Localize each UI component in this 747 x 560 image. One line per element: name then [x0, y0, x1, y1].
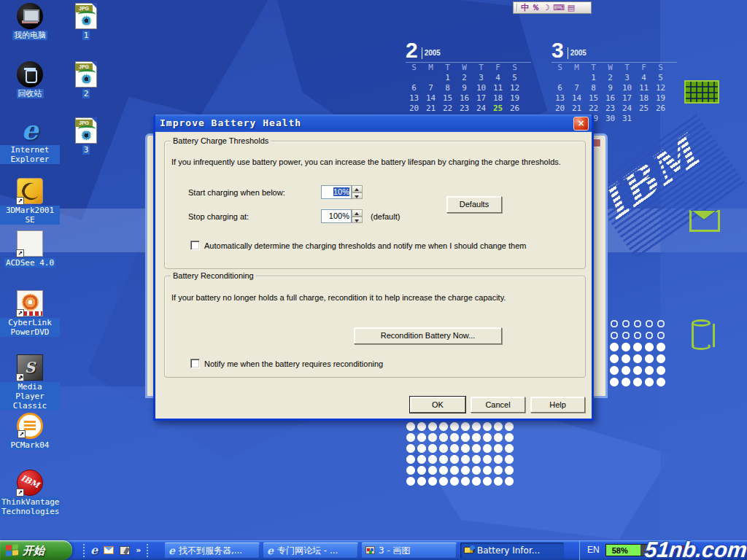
desktop-icon-jpg-file-1[interactable]: JPG1 [70, 3, 102, 40]
calendar-year: 2005 [568, 47, 587, 59]
windows-logo-icon [6, 544, 18, 556]
stop-charging-label: Stop charging at: [188, 212, 249, 221]
desktop-icon-my-computer[interactable]: 我的电脑 [0, 3, 60, 40]
stop-charging-spinbox: 100% [321, 209, 363, 223]
calendar-day-cell: 14 [568, 93, 585, 104]
quicklaunch-show-desktop-icon[interactable] [120, 546, 130, 555]
calendar-day-header: T [473, 63, 489, 73]
chinese-input-mode-icon[interactable]: 中 [521, 3, 529, 12]
my-computer-icon [17, 3, 43, 29]
desktop-icon-label: 2 [82, 89, 90, 98]
stop-default-note: (default) [371, 212, 400, 221]
stop-charging-input[interactable]: 100% [321, 209, 352, 223]
spin-down-icon[interactable] [352, 192, 363, 200]
start-charging-spinbox: 10% [321, 185, 363, 199]
desktop-icon-internet-explorer[interactable]: eInternet Explorer [0, 117, 60, 164]
punctuation-mode-icon[interactable]: ☽ [543, 3, 550, 12]
wallpaper-dot-grid-bottom [406, 421, 515, 487]
desktop-icon-label: 1 [82, 31, 90, 40]
shortcut-arrow-icon: ↗ [18, 430, 26, 438]
calendar-day-cell: 2 [602, 73, 619, 83]
jpg-file-3-icon: JPG [75, 117, 97, 144]
help-button[interactable]: Help [530, 397, 585, 413]
desktop-icon-jpg-file-3[interactable]: JPG3 [70, 117, 102, 155]
notify-reconditioning-label[interactable]: Notify me when the battery requires reco… [204, 359, 383, 368]
watermark-51nb: 51nb.com [643, 537, 747, 560]
recondition-battery-now-button[interactable]: Recondition Battery Now... [354, 327, 502, 344]
language-bar-grip[interactable] [516, 4, 518, 12]
start-charging-value: 10% [333, 187, 349, 196]
soft-keyboard-icon[interactable]: ⌨ [553, 3, 565, 12]
auto-thresholds-checkbox[interactable] [190, 241, 200, 250]
calendar-day-header: T [439, 63, 456, 73]
calendar-day-cell: 16 [602, 93, 619, 104]
taskbar-separator [83, 544, 85, 557]
calendar-day-cell: 21 [422, 104, 439, 114]
dialog-titlebar[interactable]: Improve Battery Health × [155, 114, 592, 132]
task-paint[interactable]: 3 - 画图 [362, 542, 457, 559]
wallpaper-envelope-icon [689, 210, 720, 232]
ie-icon: e [169, 545, 175, 556]
taskbar: 开始 e » e找不到服务器,...e专门网论坛 - ...3 - 画图Batt… [0, 540, 747, 560]
desktop-icon-cyberlink-powerdvd[interactable]: ↗CyberLink PowerDVD [0, 290, 60, 337]
calendar-day-cell [422, 73, 439, 83]
ok-button[interactable]: OK [410, 397, 465, 413]
calendar-day-cell: 5 [506, 73, 523, 83]
start-charging-input[interactable]: 10% [321, 185, 352, 199]
desktop-icon-pcmark04[interactable]: ↗PCMark04 [0, 413, 60, 450]
desktop-icon-label: 我的电脑 [12, 31, 47, 40]
cancel-button[interactable]: Cancel [471, 397, 525, 413]
task-ie-server-not-found[interactable]: e找不到服务器,... [165, 542, 260, 559]
stop-charging-value: 100% [329, 211, 349, 220]
internet-explorer-icon: e [17, 117, 43, 144]
improve-battery-health-dialog: Improve Battery Health × Battery Charge … [153, 114, 594, 421]
calendar-day-cell: 20 [551, 104, 568, 114]
spin-up-icon[interactable] [352, 185, 363, 192]
spin-up-icon[interactable] [352, 209, 363, 217]
calendar-day-cell: 31 [619, 114, 635, 124]
language-indicator[interactable]: EN [587, 540, 600, 560]
wallpaper-database-icon [692, 319, 715, 351]
dialog-title: Improve Battery Health [160, 114, 301, 132]
quicklaunch-ie-icon[interactable]: e [90, 545, 98, 556]
batt-icon [464, 547, 473, 553]
calendar-month-number: 2 [406, 39, 418, 61]
calendar-day-cell: 25 [489, 104, 506, 114]
desktop-icon-3dmark2001-se[interactable]: ↗3DMark2001 SE [0, 178, 60, 225]
acdsee-4-0-icon: ↗ [17, 230, 43, 257]
desktop-icon-acdsee-4-0[interactable]: ↗ACDSee 4.0 [0, 230, 60, 268]
task-ie-forum[interactable]: e专门网论坛 - ... [263, 542, 358, 559]
task-label: 3 - 画图 [379, 542, 411, 559]
desktop-icon-recycle-bin[interactable]: 回收站 [0, 61, 60, 98]
taskbar-tasks: e找不到服务器,...e专门网论坛 - ...3 - 画图Battery Inf… [165, 540, 564, 560]
quicklaunch-overflow-chevron[interactable]: » [136, 540, 141, 560]
quicklaunch-outlook-express-icon[interactable] [104, 546, 114, 554]
task-label: 找不到服务器,... [179, 542, 242, 559]
fullwidth-halfwidth-icon[interactable]: ％ [532, 3, 540, 12]
paint-icon [365, 546, 375, 554]
calendar-day-cell: 5 [652, 73, 669, 83]
calendar-day-cell: 13 [406, 93, 422, 104]
desktop-icon-label: 3DMark2001 SE [0, 206, 60, 225]
calendar-day-header: S [551, 63, 568, 73]
close-button[interactable]: × [573, 117, 589, 131]
language-bar[interactable]: 中％☽⌨▤ [513, 1, 592, 14]
calendar-day-cell: 19 [652, 93, 669, 104]
defaults-button[interactable]: Defaults [446, 196, 502, 213]
notify-reconditioning-checkbox[interactable] [190, 359, 200, 368]
pcmark04-icon: ↗ [17, 413, 43, 439]
desktop-icon-jpg-file-2[interactable]: JPG2 [70, 61, 102, 98]
spin-down-icon[interactable] [352, 217, 363, 224]
task-battery-information[interactable]: Battery Infor... [460, 542, 564, 559]
media-player-classic-icon: S↗ [17, 354, 43, 381]
calendar-day-header: M [568, 63, 585, 73]
group-title: Battery Charge Thresholds [171, 136, 271, 145]
start-button[interactable]: 开始 [0, 540, 72, 560]
calendar-day-cell: 21 [568, 104, 585, 114]
recycle-bin-icon [17, 61, 43, 88]
auto-thresholds-label[interactable]: Automatically determine the charging thr… [204, 241, 526, 250]
desktop-icon-thinkvantage-technologies[interactable]: ↗ThinkVantage Technologies [0, 470, 60, 516]
input-settings-icon[interactable]: ▤ [568, 3, 575, 12]
calendar-day-cell: 22 [585, 104, 602, 114]
desktop-icon-media-player-classic[interactable]: S↗Media Player Classic [0, 354, 60, 411]
